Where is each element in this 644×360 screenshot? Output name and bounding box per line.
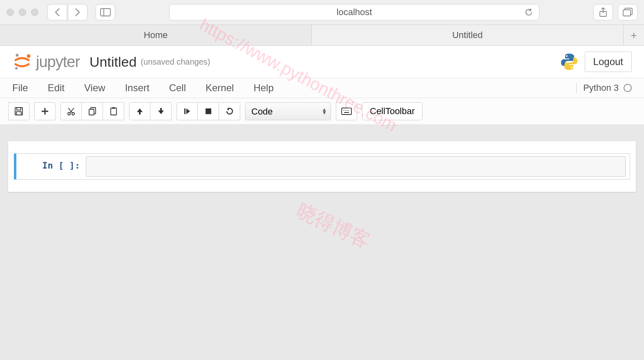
- python-icon: [559, 52, 579, 72]
- svg-rect-12: [16, 112, 21, 115]
- window-controls: [7, 9, 38, 16]
- svg-rect-23: [206, 108, 211, 114]
- cell-prompt: In [ ]:: [16, 155, 86, 178]
- stop-button[interactable]: [198, 102, 219, 120]
- browser-tab-untitled[interactable]: Untitled: [312, 25, 624, 45]
- jupyter-logo[interactable]: jupyter: [12, 52, 80, 72]
- browser-toolbar: localhost: [0, 0, 644, 25]
- svg-rect-21: [112, 107, 115, 109]
- minimize-window-button[interactable]: [19, 9, 26, 16]
- restart-button[interactable]: [219, 102, 240, 120]
- sidebar-toggle-button[interactable]: [96, 4, 115, 20]
- svg-rect-22: [184, 108, 186, 114]
- cut-button[interactable]: [60, 102, 82, 120]
- svg-rect-4: [623, 10, 631, 16]
- browser-chrome: localhost Home Untitled +: [0, 0, 644, 46]
- svg-rect-0: [101, 9, 110, 16]
- svg-point-5: [16, 54, 19, 57]
- save-button[interactable]: [8, 102, 29, 120]
- url-bar[interactable]: localhost: [169, 4, 539, 20]
- menu-view[interactable]: View: [84, 82, 105, 94]
- share-button[interactable]: [593, 4, 613, 20]
- close-window-button[interactable]: [7, 9, 14, 16]
- jupyter-header: jupyter Untitled (unsaved changes) Logou…: [0, 46, 644, 78]
- toolbar: Code ▲▼ CellToolbar: [0, 98, 644, 125]
- browser-tab-home[interactable]: Home: [0, 25, 312, 45]
- svg-point-25: [343, 110, 344, 111]
- new-tab-button[interactable]: +: [624, 25, 644, 45]
- move-down-button[interactable]: [150, 102, 172, 120]
- copy-button[interactable]: [82, 102, 103, 120]
- svg-rect-19: [89, 109, 94, 115]
- nav-buttons: [47, 4, 87, 20]
- menu-edit[interactable]: Edit: [48, 82, 65, 94]
- svg-rect-24: [342, 108, 351, 115]
- browser-tabs: Home Untitled +: [0, 25, 644, 45]
- code-cell[interactable]: In [ ]:: [14, 153, 630, 180]
- svg-point-6: [27, 54, 31, 58]
- menu-kernel[interactable]: Kernel: [206, 82, 234, 94]
- save-status: (unsaved changes): [141, 57, 210, 67]
- logout-button[interactable]: Logout: [585, 52, 632, 72]
- menu-help[interactable]: Help: [253, 82, 273, 94]
- watermark-text: 晓得博客: [292, 197, 374, 254]
- svg-point-9: [571, 67, 572, 68]
- tabs-button[interactable]: [618, 4, 637, 20]
- svg-point-7: [15, 67, 18, 70]
- menu-file[interactable]: File: [12, 82, 28, 94]
- menu-bar: File Edit View Insert Cell Kernel Help P…: [0, 78, 644, 98]
- menu-cell[interactable]: Cell: [169, 82, 186, 94]
- maximize-window-button[interactable]: [31, 9, 38, 16]
- svg-rect-11: [17, 108, 21, 110]
- svg-point-28: [348, 110, 349, 111]
- jupyter-container: jupyter Untitled (unsaved changes) Logou…: [0, 46, 644, 125]
- kernel-indicator: Python 3: [576, 83, 632, 93]
- kernel-status-icon: [624, 84, 632, 92]
- svg-point-8: [566, 55, 568, 57]
- svg-point-27: [347, 110, 347, 111]
- svg-point-26: [345, 110, 346, 111]
- cell-input[interactable]: [86, 156, 626, 177]
- notebook: In [ ]:: [8, 141, 636, 192]
- notebook-wrapper: In [ ]:: [0, 125, 644, 200]
- svg-rect-20: [111, 108, 116, 115]
- menu-insert[interactable]: Insert: [125, 82, 150, 94]
- cell-type-select[interactable]: Code: [245, 102, 331, 120]
- move-up-button[interactable]: [129, 102, 150, 120]
- back-button[interactable]: [47, 4, 67, 20]
- forward-button[interactable]: [68, 4, 87, 20]
- browser-right-buttons: [593, 4, 637, 20]
- paste-button[interactable]: [103, 102, 124, 120]
- url-text: localhost: [337, 7, 372, 18]
- jupyter-logo-text: jupyter: [36, 53, 80, 71]
- cell-type-select-wrap: Code ▲▼: [245, 102, 331, 120]
- run-button[interactable]: [177, 102, 198, 120]
- notebook-name[interactable]: Untitled: [89, 54, 136, 70]
- command-palette-button[interactable]: [336, 102, 357, 120]
- kernel-name-text: Python 3: [583, 83, 619, 93]
- cell-toolbar-button[interactable]: CellToolbar: [362, 102, 423, 120]
- add-cell-button[interactable]: [34, 102, 56, 120]
- reload-icon[interactable]: [524, 8, 533, 17]
- svg-rect-29: [344, 112, 349, 113]
